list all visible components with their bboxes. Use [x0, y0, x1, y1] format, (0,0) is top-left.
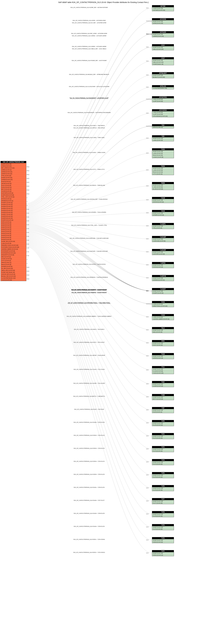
right-field-row: PAATD [CHAR (3)]: [152, 424, 174, 426]
right-field-row: PAFKT [CHAR (2)]: [152, 344, 174, 346]
right-field-row: MANDT [CLNT (3)]: [152, 20, 174, 22]
right-field-row: MANDT [CLNT (3)]: [152, 513, 174, 515]
right-table-name: T005: [152, 135, 174, 137]
cardinality-label: 0..N: [146, 169, 148, 170]
edge-label: RJH_OP_CONTACTPERSON_OLD-ALIASLFDNR = JS…: [56, 86, 123, 87]
left-field-row: PAPOS [CHAR (2)]: [1, 198, 26, 200]
edge-label: RJH_OP_CONTACTPERSON_OLD-ADRNP = JGTSADR…: [56, 46, 123, 47]
cardinality-label: 0..N: [146, 251, 148, 252]
right-table-name: JGTGPNR: [152, 18, 174, 20]
edge-label: RJH_OP_CONTACTPERSON_OLD-SPERBVM = TJJSP…: [56, 277, 123, 278]
left-field-row: POSTDIRECTIONAL [CHAR (10)]: [1, 246, 26, 248]
right-table-name: BUT000: [152, 5, 174, 7]
right-field-row: MANDT [CLNT (3)]: [152, 539, 174, 541]
right-field-row: KAMPAGNE [CHAR (6)]: [152, 240, 174, 242]
right-table-box: TVPHMANDT [CLNT (3)]PARH0 [CHAR (2)]: [152, 537, 174, 543]
left-cardinality-label: 0..N: [27, 209, 29, 210]
cardinality-label: 0..N / 0..N: [146, 126, 152, 127]
edge-label: RJH_OP_CONTACTPERSON_OLD-GPNR = JGTGPNR-…: [56, 20, 123, 21]
left-field-row: ADRND [CHAR (10)]: [1, 171, 26, 173]
right-table-box: TVP5MANDT [CLNT (3)]PAAT5 [CHAR (2)]: [152, 472, 174, 478]
left-field-row: PARH5 [CHAR (2)]: [1, 229, 26, 231]
cardinality-label: 0..N: [146, 474, 148, 476]
right-table-box: TSABMANDT [CLNT (3)]ABTNR [CHAR (4)]: [152, 353, 174, 359]
right-field-row: MANDT [CLNT (3)]: [152, 167, 174, 169]
right-field-row: ALORT [CHAR (8)]: [152, 113, 174, 115]
edge-label: RJH_OP_CONTACTPERSON_OLD-ADDRSECABBREV =…: [56, 316, 123, 317]
right-field-row: PAAT4 [CHAR (2)]: [152, 463, 174, 465]
right-field-row: ABTNR [CHAR (4)]: [152, 357, 174, 359]
right-table-box: TJJVERTMANDT [CLNT (3)]PAVERT [CHAR (2)]: [152, 288, 174, 294]
right-table-name: T005G: [152, 165, 174, 167]
left-field-row: PARVO [CHAR (1)]: [1, 186, 26, 188]
cardinality-label: 0..N: [146, 383, 148, 384]
right-table-box: TVAVMANDT [CLNT (3)]AKVER [CHAR (2)]: [152, 381, 174, 387]
right-table-name: TJJKAMP: [152, 236, 174, 238]
right-table-box: JGTGPNRMANDT [CLNT (3)]GPNR [CHAR (10)]: [152, 18, 174, 24]
right-field-row: MANDT [CLNT (3)]: [152, 329, 174, 331]
right-field-row: ALORT [CHAR (8)]: [152, 100, 174, 102]
edge-label: RJH_OP_CONTACTPERSON_OLD-SAPBP_REF = BUT…: [56, 7, 123, 8]
left-cardinality-label: 0..N: [27, 240, 29, 241]
left-field-row: PAVERT8 [CHAR (2)]: [1, 215, 26, 217]
left-cardinality-label: 0..N: [27, 216, 29, 218]
left-field-row: REF_GPNR [CHAR (10)]: [1, 167, 26, 169]
right-field-row: PARTNER [CHAR (10)]: [152, 9, 174, 11]
left-table-name: RJH_OP_CONTACTPERSON_OLD: [1, 161, 26, 163]
right-field-row: KALSM [CHAR (6)]: [152, 370, 174, 372]
right-table-name: TVP0: [152, 420, 174, 422]
left-cardinality-label: 1: [27, 263, 28, 264]
cardinality-label: 0..N: [146, 422, 148, 424]
right-field-row: BLAND [CHAR (3)]: [152, 188, 174, 190]
right-table-name: JRTBEABST: [152, 72, 174, 74]
right-table-name: TVAV: [152, 381, 174, 383]
right-table-name: TJJPOS: [152, 262, 174, 264]
right-table-box: TJJKAMPMANDT [CLNT (3)]KAMPAGNE [CHAR (6…: [152, 236, 174, 242]
left-cardinality-label: (0,1): [27, 178, 29, 179]
left-field-row: PAVERT2 [CHAR (2)]: [1, 204, 26, 206]
right-field-row: MANDT [CLNT (3)]: [152, 290, 174, 292]
right-field-row: MANDT [CLNT (3)]: [152, 474, 174, 476]
left-field-row: MANDT [CLNT (3)]: [1, 163, 26, 165]
cardinality-label: 0..N: [146, 86, 148, 88]
right-field-row: MANDT [CLNT (3)]: [152, 199, 174, 201]
left-field-row: PAVERT7 [CHAR (2)]: [1, 213, 26, 215]
right-table-box: TJG41MANDT [CLNT (3)]GPHERK [CHAR (2)]: [152, 210, 174, 216]
left-field-row: JPARVW_REF [CHAR (2)]: [1, 273, 26, 275]
right-field-row: PAVIP [CHAR (1)]: [152, 411, 174, 413]
cardinality-label: 0..N: [146, 264, 148, 266]
left-field-row: PAVERT3 [CHAR (2)]: [1, 206, 26, 208]
left-field-row: CITYC [CHAR (4)]: [1, 260, 26, 262]
cardinality-label: 0..N: [146, 316, 148, 318]
left-cardinality-label: 0..N: [27, 244, 29, 245]
edge-label: RJH_OP_CONTACTPERSON_OLD-VBELN_REF = JKA…: [56, 48, 123, 50]
left-field-row: NIELS [CHAR (2)]: [1, 256, 26, 258]
left-field-row: PAVERT6 [CHAR (2)]: [1, 211, 26, 213]
cardinality-label: 0..N: [146, 7, 148, 9]
right-table-box: BUT000CLIENT [CLNT (3)]PARTNER [CHAR (10…: [152, 5, 174, 11]
right-table-name: TVP9: [152, 524, 174, 526]
left-field-row: TITEL_AMTL [CHAR (2)]: [1, 196, 26, 198]
right-table-name: TVP3: [152, 446, 174, 448]
left-field-row: VORSW [CHAR (15)]: [1, 178, 26, 180]
right-field-row: MANDT [CLNT (3)]: [152, 212, 174, 214]
right-table-name: TVP6: [152, 485, 174, 487]
right-table-name: TVP4: [152, 459, 174, 461]
cardinality-label: 0..N: [146, 500, 148, 502]
left-cardinality-label: (0,1): [27, 266, 29, 268]
right-field-row: TITEL [CHAR (2)]: [152, 227, 174, 229]
edge-label: RJH_OP_CONTACTPERSON_OLD-REGIO = T005S-B…: [56, 185, 123, 186]
right-field-row: MANDT [CLNT (3)]: [152, 74, 174, 76]
right-table-box: T002SPRAS [LANG (1)]: [152, 124, 174, 128]
left-field-row: ALIASLFDNR [NUMC (10)]: [1, 277, 26, 279]
right-field-row: LAND1 [CHAR (3)]: [152, 98, 174, 100]
right-table-name: TVBR: [152, 394, 174, 396]
cardinality-label: 0..N: [146, 526, 148, 528]
right-field-row: LAND1 [CHAR (3)]: [152, 186, 174, 188]
right-table-name: JKAK: [152, 44, 174, 46]
right-table-box: JSTORTPROLAND1 [CHAR (3)]ALORT [CHAR (8)…: [152, 96, 174, 102]
edge-label: RJH_OP_CONTACTPERSON_OLD-ADRND = JGTSADR…: [56, 35, 123, 36]
right-field-row: SPRAS [LANG (1)]: [152, 126, 174, 128]
right-field-row: PAPOS [CHAR (2)]: [152, 266, 174, 268]
cardinality-label: 0..N: [146, 461, 148, 462]
